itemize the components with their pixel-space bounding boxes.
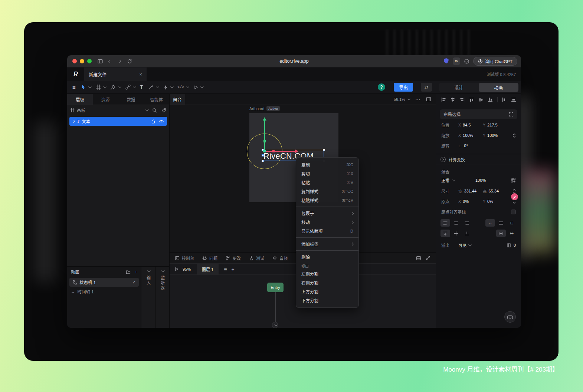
play-tool[interactable] [193, 85, 203, 90]
scale-y-field[interactable]: 100% [487, 133, 498, 138]
chevron-right-icon[interactable] [72, 120, 75, 123]
ask-chatgpt-button[interactable]: 询问 ChatGPT [473, 57, 517, 66]
align-center-v-icon[interactable] [478, 97, 484, 102]
size-h-field[interactable]: 65.34 [489, 189, 499, 193]
x-scale-handle[interactable] [272, 150, 275, 152]
layer-menu-icon[interactable]: ≡ [224, 266, 227, 272]
extension-icon[interactable] [464, 59, 469, 64]
tab-data[interactable]: 数据 [118, 94, 144, 105]
forward-button[interactable] [115, 57, 124, 66]
mode-design[interactable]: 设计 [439, 83, 479, 92]
align-right-icon[interactable] [460, 97, 465, 102]
artboard-name[interactable]: Artboard [249, 106, 264, 111]
menu-item-copy-style[interactable]: 复制样式⌘⌥C [296, 187, 358, 196]
mode-animate[interactable]: 动画 [479, 83, 518, 92]
zoom-control[interactable]: 56.1% [394, 97, 410, 102]
tab-audio[interactable]: 音频 [272, 255, 288, 261]
blend-opacity-field[interactable]: 100% [475, 178, 486, 182]
clip-value-field[interactable]: 0 [514, 243, 516, 247]
timeline-zoom[interactable]: 95% [183, 267, 191, 271]
menu-item-split-right[interactable]: 右侧分割 [296, 278, 358, 287]
wand-tool[interactable] [148, 84, 158, 90]
menu-item-split-top[interactable]: 上方分割 [296, 287, 358, 296]
text-align-left-button[interactable] [440, 219, 450, 227]
align-bottom-icon[interactable] [488, 97, 493, 102]
tab-stage[interactable]: 舞台 [170, 94, 185, 105]
tag-icon[interactable] [161, 108, 166, 113]
help-button[interactable]: ? [378, 83, 385, 91]
expand-corners-icon[interactable] [509, 112, 514, 117]
translate-handle[interactable] [263, 150, 266, 152]
timeline-layer-tab[interactable]: 图层 1 [197, 264, 219, 275]
lightning-tool[interactable] [163, 85, 173, 90]
menu-item-cut[interactable]: 剪切⌘X [296, 169, 358, 178]
origin-x-field[interactable]: 0% [463, 199, 469, 204]
origin-baseline-checkbox[interactable] [511, 210, 516, 214]
y-scale-handle[interactable] [263, 140, 266, 142]
layer-item-text[interactable]: T 文本 [69, 117, 167, 126]
timeline-item[interactable]: → 时间轴 1 [67, 287, 141, 296]
minimize-window-button[interactable] [80, 59, 84, 63]
selection-handle[interactable] [323, 149, 325, 151]
add-animation-button[interactable]: + [134, 269, 137, 275]
add-layer-button[interactable]: + [231, 266, 234, 272]
chevron-down-icon[interactable] [147, 269, 150, 272]
chevron-down-icon[interactable] [88, 85, 91, 88]
clip-icon[interactable] [507, 243, 511, 248]
pen-tool[interactable] [110, 84, 120, 90]
tab-console[interactable]: 控制台 [175, 255, 194, 261]
text-align-center-button[interactable] [451, 219, 461, 227]
menu-item-delete[interactable]: 删除 [296, 253, 358, 261]
valign-top-button[interactable] [440, 230, 450, 237]
artboard-row[interactable]: 画板 [67, 105, 169, 115]
collaborator-badge[interactable] [510, 192, 519, 201]
split-view-icon[interactable] [426, 97, 431, 102]
scale-x-field[interactable]: 100% [463, 133, 473, 138]
tab-assets[interactable]: 资源 [93, 94, 118, 105]
lock-icon[interactable] [151, 119, 155, 124]
valign-middle-button[interactable] [451, 230, 461, 237]
search-icon[interactable] [152, 108, 157, 113]
menu-item-move[interactable]: 移动 [296, 218, 358, 227]
blend-grid-icon[interactable] [511, 178, 516, 183]
chevron-down-icon[interactable] [156, 85, 159, 88]
tab-changes[interactable]: 更改 [226, 255, 241, 261]
position-y-field[interactable]: 217.5 [487, 123, 498, 127]
text-justify-button[interactable] [496, 219, 506, 227]
blend-mode-dropdown[interactable]: 正常 [441, 177, 475, 183]
code-tool[interactable]: </> [177, 85, 188, 89]
menu-item-paste-style[interactable]: 粘贴样式⌘⌥V [296, 196, 358, 205]
valign-bottom-button[interactable] [462, 230, 472, 237]
folder-icon[interactable] [126, 270, 131, 274]
select-tool[interactable] [81, 84, 91, 90]
text-tool[interactable]: T [140, 84, 143, 90]
text-align-right-button[interactable] [462, 219, 472, 227]
fixed-size-button[interactable]: □ [507, 219, 517, 227]
th-extension-icon[interactable]: th [453, 57, 460, 65]
chevron-down-icon[interactable] [118, 85, 121, 88]
sidebar-toggle-icon[interactable] [95, 57, 105, 66]
width-auto-button[interactable]: ↔ [485, 219, 495, 227]
menu-item-split-left[interactable]: 左侧分割 [296, 269, 358, 278]
x-axis-gizmo[interactable] [265, 151, 295, 152]
eye-icon[interactable] [159, 119, 164, 123]
size-w-field[interactable]: 331.44 [464, 189, 477, 193]
chevron-down-icon[interactable] [161, 269, 164, 272]
menu-item-paste[interactable]: 粘贴⌘V [296, 178, 358, 187]
transition-chevron[interactable] [272, 322, 278, 328]
chevron-down-icon[interactable] [200, 85, 203, 88]
menu-item-show-dependents[interactable]: 显示依赖项D [296, 227, 358, 235]
menu-item-add-tag[interactable]: 添加标签 [296, 240, 358, 248]
align-center-h-icon[interactable] [450, 97, 455, 102]
mascot-chat-button[interactable] [504, 311, 516, 323]
tab-test[interactable]: 测试 [249, 255, 264, 261]
reload-button[interactable] [124, 57, 134, 66]
align-top-icon[interactable] [469, 97, 474, 102]
computed-transform-row[interactable]: 计算变换 [436, 154, 521, 165]
wrap-width-button[interactable] [496, 230, 506, 237]
origin-y-field[interactable]: 0% [487, 199, 493, 204]
rive-logo[interactable]: R [67, 67, 84, 81]
close-window-button[interactable] [72, 59, 77, 63]
entry-node[interactable]: Entry [267, 283, 284, 292]
more-options-icon[interactable]: ⋯ [415, 96, 420, 102]
